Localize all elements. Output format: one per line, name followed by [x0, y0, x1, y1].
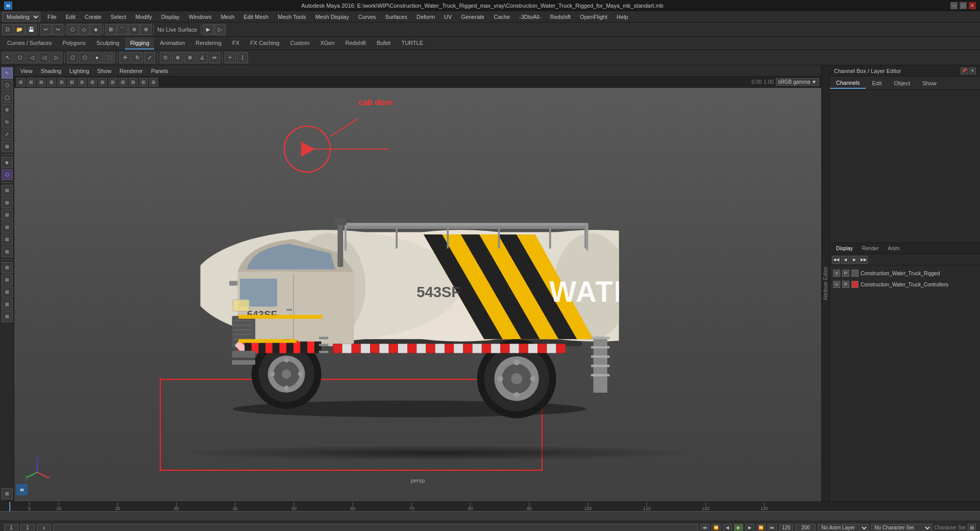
tab-bullet[interactable]: Bullet	[372, 37, 396, 50]
character-set-dropdown[interactable]: No Character Set	[871, 524, 932, 532]
vp-tool-10[interactable]: ⊞	[108, 78, 117, 87]
arnold-tool-3[interactable]: ⊞	[2, 286, 13, 298]
play-button[interactable]: ▶	[734, 524, 743, 532]
snap-magnet-button[interactable]: ⊗	[184, 52, 195, 63]
menu-edit[interactable]: Edit	[62, 13, 80, 21]
face-mode-button[interactable]: ◁	[39, 52, 50, 63]
playback-area[interactable]	[53, 524, 698, 532]
tab-xgen[interactable]: XGen	[315, 37, 339, 50]
timeline-bar[interactable]	[0, 511, 980, 521]
paint-tool-button[interactable]: ◈	[90, 24, 102, 35]
tab-rendering[interactable]: Rendering	[190, 37, 227, 50]
layer-row-0[interactable]: V P Construction_Water_Truck_Rigged	[832, 268, 978, 279]
layer-row-1[interactable]: V P Construction_Water_Truck_Controllers	[832, 279, 978, 290]
script-editor-button[interactable]: ⊞	[968, 524, 976, 532]
rp-close-button[interactable]: ✕	[969, 67, 976, 75]
redo-button[interactable]: ↪	[52, 24, 63, 35]
maximize-button[interactable]: □	[960, 2, 967, 9]
tab-turtle[interactable]: TURTLE	[396, 37, 428, 50]
vp-tool-14[interactable]: ⊞	[149, 78, 158, 87]
rotate-tool-left[interactable]: ↻	[2, 116, 13, 128]
rp-tab-channels[interactable]: Channels	[830, 78, 866, 89]
component-display-button[interactable]: ⬡	[67, 52, 78, 63]
wireframe-button[interactable]: ⬡	[79, 52, 90, 63]
soft-select-button[interactable]: ⊙	[160, 52, 171, 63]
scale-tool-button[interactable]: ⤢	[144, 52, 155, 63]
menu-modify[interactable]: Modify	[131, 13, 156, 21]
max-frame-input[interactable]	[795, 524, 816, 532]
viewport-lighting-menu[interactable]: Lighting	[67, 67, 91, 75]
tab-rigging[interactable]: Rigging	[125, 37, 154, 50]
vp-tool-7[interactable]: ⊞	[78, 78, 87, 87]
workspace-dropdown[interactable]: Modeling	[2, 12, 40, 22]
smooth-shade-button[interactable]: ●	[91, 52, 103, 63]
menu-generate[interactable]: Generate	[457, 13, 488, 21]
tab-fx[interactable]: FX	[227, 37, 244, 50]
arnold-tool-2[interactable]: ⊞	[2, 274, 13, 285]
edge-mode-button[interactable]: ◁	[27, 52, 38, 63]
scale-tool-left[interactable]: ⤢	[2, 129, 13, 140]
render-settings-button[interactable]: ▶	[203, 24, 214, 35]
rp-subtab-render[interactable]: Render	[858, 245, 883, 252]
tab-curves-surfaces[interactable]: Curves / Surfaces	[2, 37, 57, 50]
vp-tool-8[interactable]: ⊞	[88, 78, 97, 87]
universal-manip[interactable]: ⊞	[2, 141, 13, 152]
viewport-renderer-menu[interactable]: Renderer	[117, 67, 145, 75]
snap-curve-button[interactable]: ⌒	[117, 24, 128, 35]
arnold-tool-1[interactable]: ⊞	[2, 262, 13, 273]
menu-surfaces[interactable]: Surfaces	[381, 13, 411, 21]
roll-tool[interactable]: ⊞	[2, 234, 13, 245]
viewport-shading-menu[interactable]: Shading	[39, 67, 63, 75]
select-mode-button[interactable]: ↖	[2, 52, 13, 63]
vp-tool-11[interactable]: ⊞	[118, 78, 128, 87]
measure-tool[interactable]: ⊞	[2, 185, 13, 196]
menu-file[interactable]: File	[43, 13, 61, 21]
menu-3dtoall[interactable]: -3DtoAll-	[515, 13, 545, 21]
lasso-tool-button[interactable]: ◇	[79, 24, 90, 35]
tab-custom[interactable]: Custom	[285, 37, 315, 50]
zoom-tool[interactable]: ⊞	[2, 246, 13, 257]
menu-openflight[interactable]: OpenFlight	[576, 13, 611, 21]
vp-tool-4[interactable]: ⊞	[47, 78, 56, 87]
paint-skin-weights[interactable]: ⬡	[2, 169, 13, 180]
paint-select-tool[interactable]: ⬡	[2, 80, 13, 91]
viewport-panels-menu[interactable]: Panels	[149, 67, 170, 75]
viewport-view-menu[interactable]: View	[18, 67, 35, 75]
snap-live-button[interactable]: ⊕	[172, 52, 183, 63]
menu-help[interactable]: Help	[612, 13, 632, 21]
menu-cache[interactable]: Cache	[489, 13, 514, 21]
layer-1-visibility[interactable]: V	[833, 281, 840, 288]
layer-0-playback[interactable]: P	[842, 270, 849, 277]
menu-edit-mesh[interactable]: Edit Mesh	[239, 13, 273, 21]
layer-0-visibility[interactable]: V	[833, 270, 840, 277]
tab-redshift[interactable]: Redshift	[340, 37, 371, 50]
select-tool-left[interactable]: ↖	[2, 67, 13, 79]
layer-next2-button[interactable]: ▶▶	[860, 256, 868, 264]
ipr-render-button[interactable]: ▷	[214, 24, 226, 35]
plus-button[interactable]: +	[225, 52, 236, 63]
menu-mesh-display[interactable]: Mesh Display	[311, 13, 353, 21]
tab-polygons[interactable]: Polygons	[57, 37, 90, 50]
vp-tool-6[interactable]: ⊞	[67, 78, 77, 87]
snap-view-button[interactable]: ⊗	[140, 24, 152, 35]
menu-mesh-tools[interactable]: Mesh Tools	[274, 13, 310, 21]
vp-tool-13[interactable]: ⊞	[139, 78, 148, 87]
undo-button[interactable]: ↩	[40, 24, 52, 35]
rp-subtab-anim[interactable]: Anim	[884, 245, 904, 252]
symmetry-button[interactable]: ⇔	[209, 52, 220, 63]
camera-tool[interactable]: ⊞	[2, 197, 13, 208]
layer-1-playback[interactable]: P	[842, 281, 849, 288]
select-tool-button[interactable]: ⬡	[67, 24, 78, 35]
prev-frame-button[interactable]: ◀	[723, 524, 732, 532]
prev-key-button[interactable]: ⏪	[712, 524, 721, 532]
uv-mode-button[interactable]: ▷	[51, 52, 62, 63]
tab-fx-caching[interactable]: FX Caching	[245, 37, 284, 50]
viewport-show-menu[interactable]: Show	[95, 67, 114, 75]
move-tool-button[interactable]: ✛	[119, 52, 131, 63]
rp-tab-edit[interactable]: Edit	[866, 78, 888, 88]
menu-display[interactable]: Display	[157, 13, 184, 21]
scene-area[interactable]: cab door	[14, 88, 821, 501]
next-key-button[interactable]: ⏩	[756, 524, 766, 532]
vp-tool-12[interactable]: ⊞	[129, 78, 138, 87]
dolly-tool[interactable]: ⊞	[2, 222, 13, 233]
